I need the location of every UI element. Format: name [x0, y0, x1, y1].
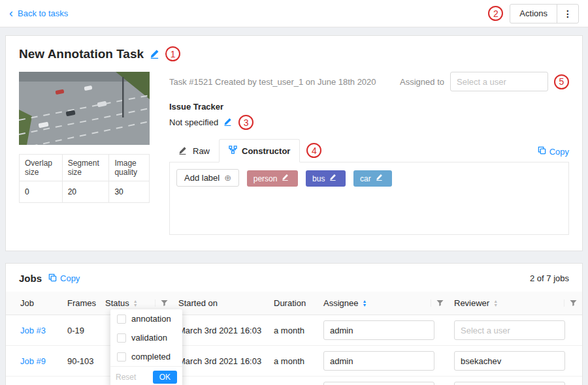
frames-cell: 90-103	[62, 346, 100, 377]
edit-label-icon[interactable]	[376, 174, 385, 183]
task-assignee-select[interactable]	[450, 72, 548, 91]
assignee-filter-icon[interactable]	[431, 300, 444, 307]
filter-reset-button[interactable]: Reset	[116, 373, 136, 382]
labels-constructor-panel: Add label ⊕ person bus	[169, 162, 569, 235]
col-header-started[interactable]: Started on	[173, 292, 269, 315]
pencil-icon	[178, 146, 188, 156]
edit-label-icon[interactable]	[282, 174, 291, 183]
page-content: New Annotation Task 1	[0, 27, 588, 385]
actions-button-label: Actions	[510, 8, 557, 18]
tab-raw[interactable]: Raw	[169, 140, 219, 162]
add-label-button[interactable]: Add label ⊕	[176, 169, 239, 187]
topbar-right: 2 Actions ⋮	[488, 4, 579, 23]
param-header-overlap: Overlap size	[20, 155, 63, 181]
col-header-frames[interactable]: Frames	[62, 292, 100, 315]
frames-cell: 15-34	[62, 377, 100, 385]
tab-constructor[interactable]: Constructor	[219, 139, 300, 162]
label-chip-person[interactable]: person	[247, 170, 299, 187]
duration-cell: a month	[269, 346, 318, 377]
labels-copy-label: Copy	[549, 147, 569, 157]
assignee-input[interactable]	[323, 382, 434, 385]
callout-5: 5	[554, 74, 569, 89]
top-bar: ‹ Back to tasks 2 Actions ⋮	[0, 0, 588, 27]
label-chip-car-name: car	[360, 174, 371, 183]
issue-tracker-value: Not specified	[169, 117, 218, 127]
col-job-label: Job	[20, 298, 34, 308]
checkbox-icon[interactable]	[117, 333, 126, 343]
job-row: Job #4 15-34 March 3rd 2021 16:03 a mont…	[6, 377, 582, 385]
assignee-input[interactable]	[323, 351, 434, 371]
filter-option-completed-label: completed	[131, 352, 171, 362]
filter-option-validation-label: validation	[131, 333, 167, 343]
param-value-overlap: 0	[20, 181, 63, 203]
checkbox-icon[interactable]	[117, 315, 126, 324]
jobs-table-header-row: Job Frames Status ▲▼ Started on Duration	[6, 292, 582, 315]
job-9-link[interactable]: Job #9	[20, 356, 46, 366]
task-details-card: New Annotation Task 1	[5, 35, 583, 251]
started-cell: March 3rd 2021 16:03	[173, 315, 269, 346]
col-duration-label: Duration	[274, 298, 306, 308]
task-title: New Annotation Task	[19, 47, 144, 61]
sort-carets-icon[interactable]: ▲▼	[133, 300, 138, 307]
callout-1: 1	[165, 46, 180, 61]
callout-3: 3	[238, 115, 253, 130]
chevron-left-icon: ‹	[9, 7, 13, 19]
duration-cell: a month	[269, 315, 318, 346]
started-cell: March 3rd 2021 16:03	[173, 346, 269, 377]
back-to-tasks-label: Back to tasks	[18, 8, 68, 18]
col-header-duration[interactable]: Duration	[269, 292, 318, 315]
duration-cell: a month	[269, 377, 318, 385]
jobs-copy-label: Copy	[60, 273, 80, 283]
jobs-card: Jobs Copy 2 of 7 jobs Job Frames	[5, 263, 583, 385]
param-header-quality: Image quality	[109, 155, 150, 181]
task-preview-image	[19, 72, 150, 145]
kebab-menu-icon[interactable]: ⋮	[557, 8, 578, 19]
col-header-assignee[interactable]: Assignee ▲▼	[318, 292, 449, 315]
add-label-label: Add label	[184, 173, 220, 183]
col-header-job[interactable]: Job	[6, 292, 62, 315]
param-header-segment: Segment size	[62, 155, 109, 181]
started-cell: March 3rd 2021 16:03	[173, 377, 269, 385]
edit-issue-tracker-icon[interactable]	[223, 117, 233, 127]
filter-option-validation[interactable]: validation	[110, 328, 182, 347]
label-chip-car[interactable]: car	[353, 170, 392, 187]
labels-copy-link[interactable]: Copy	[538, 146, 569, 157]
filter-ok-button[interactable]: OK	[153, 371, 177, 384]
label-chip-bus[interactable]: bus	[306, 170, 346, 187]
edit-task-name-icon[interactable]	[150, 49, 159, 59]
reviewer-input[interactable]	[454, 320, 565, 340]
filter-option-completed[interactable]: completed	[110, 347, 182, 366]
job-row: Job #3 0-19 March 3rd 2021 16:03 a month	[6, 315, 582, 346]
tab-constructor-label: Constructor	[242, 146, 290, 156]
filter-option-annotation[interactable]: annotation	[110, 309, 182, 328]
sort-carets-icon[interactable]: ▲▼	[362, 300, 367, 307]
param-value-segment: 20	[62, 181, 109, 203]
task-body: Overlap size Segment size Image quality …	[19, 72, 569, 235]
jobs-title: Jobs	[19, 273, 42, 284]
copy-icon	[538, 146, 546, 157]
param-value-quality: 30	[109, 181, 150, 203]
job-3-link[interactable]: Job #3	[20, 326, 46, 335]
issue-tracker-value-row: Not specified 3	[169, 115, 569, 130]
status-filter-icon[interactable]	[155, 300, 168, 307]
col-status-label: Status	[105, 298, 129, 308]
task-meta-text: Task #1521 Created by test_user_1 on Jun…	[169, 77, 376, 87]
filter-footer: Reset OK	[110, 366, 182, 385]
col-assignee-label: Assignee	[323, 298, 358, 308]
col-header-reviewer[interactable]: Reviewer ▲▼	[449, 292, 582, 315]
actions-button[interactable]: Actions ⋮	[510, 4, 579, 23]
jobs-table: Job Frames Status ▲▼ Started on Duration	[6, 292, 582, 385]
col-started-label: Started on	[178, 298, 218, 308]
reviewer-input[interactable]	[454, 382, 565, 385]
reviewer-filter-icon[interactable]	[564, 300, 577, 307]
back-to-tasks-link[interactable]: ‹ Back to tasks	[9, 8, 68, 19]
filter-option-annotation-label: annotation	[131, 314, 171, 324]
checkbox-icon[interactable]	[117, 352, 126, 362]
sort-carets-icon[interactable]: ▲▼	[493, 300, 498, 307]
label-chip-person-name: person	[253, 174, 278, 183]
reviewer-input[interactable]	[454, 351, 565, 371]
jobs-copy-link[interactable]: Copy	[48, 273, 80, 284]
edit-label-icon[interactable]	[329, 174, 339, 183]
assignee-input[interactable]	[323, 320, 434, 340]
job-row: Job #9 90-103 March 3rd 2021 16:03 a mon…	[6, 346, 582, 377]
